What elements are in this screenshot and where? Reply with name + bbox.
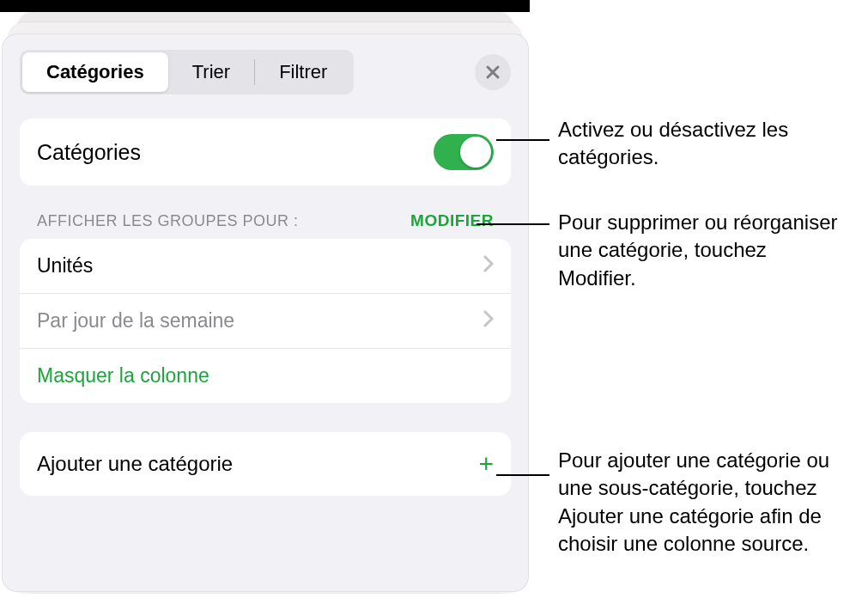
plus-icon: + bbox=[478, 449, 494, 479]
hide-column-label: Masquer la colonne bbox=[37, 364, 209, 387]
tab-filter[interactable]: Filtrer bbox=[255, 52, 351, 92]
categories-toggle-label: Catégories bbox=[37, 140, 141, 165]
segmented-control: Catégories Trier Filtrer bbox=[20, 50, 354, 95]
edit-button[interactable]: MODIFIER bbox=[410, 211, 494, 230]
group-row-label: Par jour de la semaine bbox=[37, 309, 234, 332]
close-icon bbox=[485, 64, 501, 80]
tab-filter-label: Filtrer bbox=[279, 61, 327, 82]
tab-bar-row: Catégories Trier Filtrer bbox=[20, 50, 511, 95]
callout-add: Pour ajouter une catégorie ou une sous-c… bbox=[558, 447, 850, 558]
add-category-label: Ajouter une catégorie bbox=[37, 452, 233, 476]
categories-toggle-switch[interactable] bbox=[434, 134, 494, 170]
callout-leader-toggle bbox=[496, 139, 549, 141]
callout-edit: Pour supprimer ou réorganiser une catégo… bbox=[558, 209, 850, 292]
tab-sort[interactable]: Trier bbox=[168, 52, 254, 92]
group-row-label: Unités bbox=[37, 254, 93, 278]
group-row-weekday[interactable]: Par jour de la semaine bbox=[20, 293, 511, 348]
categories-panel: Catégories Trier Filtrer Catégories bbox=[2, 34, 529, 592]
chevron-right-icon bbox=[483, 254, 494, 278]
groups-header-label: AFFICHER LES GROUPES POUR : bbox=[37, 212, 299, 230]
tab-categories-label: Catégories bbox=[46, 61, 144, 82]
categories-toggle-row: Catégories bbox=[20, 119, 511, 186]
close-button[interactable] bbox=[475, 54, 511, 90]
hide-column-button[interactable]: Masquer la colonne bbox=[20, 348, 511, 403]
group-row-units[interactable]: Unités bbox=[20, 239, 511, 293]
groups-section-header: AFFICHER LES GROUPES POUR : MODIFIER bbox=[20, 211, 511, 239]
window-top-bar bbox=[0, 0, 530, 12]
add-category-button[interactable]: Ajouter une catégorie + bbox=[20, 432, 511, 496]
tab-sort-label: Trier bbox=[192, 61, 230, 82]
callout-toggle: Activez ou désactivez les catégories. bbox=[558, 116, 850, 172]
callout-leader-edit bbox=[476, 223, 549, 225]
switch-knob bbox=[460, 137, 491, 168]
callout-leader-add bbox=[496, 474, 549, 476]
groups-list: Unités Par jour de la semaine Masquer la… bbox=[20, 239, 511, 403]
tab-categories[interactable]: Catégories bbox=[22, 52, 168, 92]
chevron-right-icon bbox=[483, 309, 494, 332]
